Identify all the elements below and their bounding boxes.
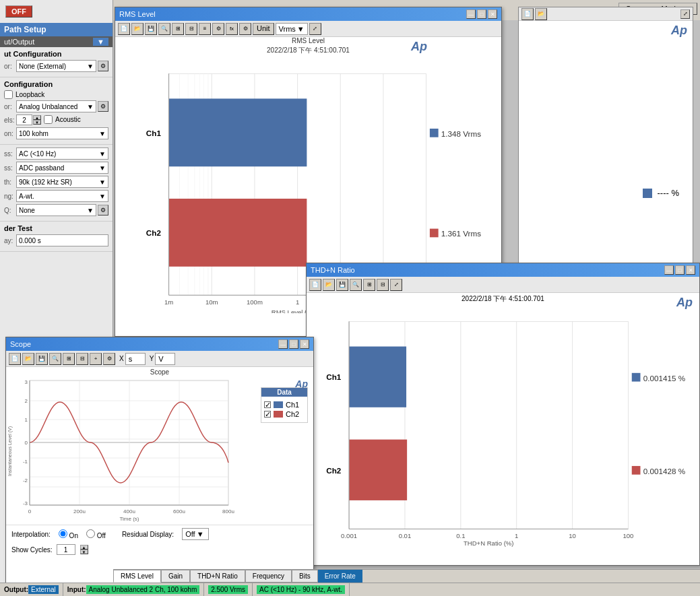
highpass-dropdown[interactable]: AC (<10 Hz) ▼: [16, 147, 108, 160]
scope-tb7[interactable]: +: [90, 353, 102, 365]
unit-button[interactable]: Unit: [253, 23, 274, 35]
tab-bits[interactable]: Bits: [292, 570, 318, 583]
show-cycles-input[interactable]: [57, 544, 75, 555]
output-label: Output:: [4, 586, 28, 593]
io-dropdown-arrow[interactable]: ▼: [93, 38, 108, 46]
input-config-title: ut Configuration: [4, 50, 108, 58]
cycles-spinbtns: ▲ ▼: [80, 545, 88, 554]
output-config-section: Configuration Loopback or: Analog Unbala…: [0, 77, 113, 145]
svg-text:1.348 Vrms: 1.348 Vrms: [441, 129, 481, 138]
scope-tb5[interactable]: ⊞: [63, 353, 75, 365]
tb-grid[interactable]: ⊞: [172, 23, 184, 35]
tab-gain-label: Gain: [168, 572, 183, 580]
right-small-window: 📄 📂 ⤢ Ap ---- %: [518, 7, 693, 266]
scope-svg: 3 2 1 0 -1 -2 -3 Instantaneous Level (V)…: [6, 377, 235, 522]
scope-y-unit[interactable]: V: [155, 353, 175, 365]
unit-dropdown[interactable]: Vrms ▼: [276, 23, 308, 35]
bandwidth-dropdown[interactable]: ADC passband ▼: [16, 162, 108, 174]
tb-zoom[interactable]: 🔍: [158, 23, 170, 35]
scope-maximize[interactable]: □: [289, 339, 298, 349]
scope-close[interactable]: ✕: [300, 339, 309, 349]
cycles-up[interactable]: ▲: [80, 545, 88, 550]
off-button[interactable]: OFF: [5, 5, 32, 18]
scope-ap-logo: Ap: [295, 378, 308, 389]
tb-settings[interactable]: ⚙: [212, 23, 224, 35]
residual-dropdown[interactable]: Off ▼: [182, 528, 209, 540]
tab-thd[interactable]: THD+N Ratio: [190, 570, 245, 583]
svg-text:Instantaneous Level (V): Instantaneous Level (V): [7, 426, 13, 476]
input-config-btn[interactable]: ⚙: [98, 61, 108, 71]
scope-tb6[interactable]: ⊟: [76, 353, 88, 365]
ohm-dropdown[interactable]: 100 kohm ▼: [16, 127, 108, 139]
scope-tb8[interactable]: ⚙: [103, 353, 115, 365]
loopback-checkbox[interactable]: [4, 90, 13, 99]
samplerate-label: th:: [4, 178, 16, 186]
svg-text:Ch1: Ch1: [326, 372, 342, 381]
input-config-dropdown[interactable]: None (External) ▼: [16, 60, 96, 72]
tb-save[interactable]: 💾: [145, 23, 157, 35]
tb-fx[interactable]: fx: [226, 23, 238, 35]
tab-gain[interactable]: Gain: [161, 570, 190, 583]
channels-down[interactable]: ▼: [33, 120, 41, 125]
thd-tb3[interactable]: 💾: [336, 279, 348, 291]
scope-tb2[interactable]: 📂: [22, 353, 34, 365]
signal-section: ss: AC (<10 Hz) ▼ ss: ADC passband ▼ th:…: [0, 145, 113, 222]
scope-tb4[interactable]: 🔍: [49, 353, 61, 365]
thd-expand[interactable]: ⤢: [390, 279, 402, 291]
input-config-section: ut Configuration or: None (External) ▼ ⚙: [0, 47, 113, 77]
scope-legend: Data ✓ Ch1 ✓ Ch2: [261, 387, 308, 423]
rsw-tb2[interactable]: 📂: [535, 8, 547, 20]
rms-maximize[interactable]: □: [477, 9, 486, 19]
thd-close[interactable]: ✕: [686, 265, 695, 275]
unit-dropdown-arrow: ▼: [297, 25, 305, 33]
thd-tb1[interactable]: 📄: [309, 279, 321, 291]
weighting-dropdown[interactable]: A-wt. ▼: [16, 190, 108, 202]
channels-input[interactable]: [16, 114, 32, 125]
tb-gear[interactable]: ⚙: [239, 23, 251, 35]
samplerate-dropdown[interactable]: 90k (192 kHz SR) ▼: [16, 176, 108, 188]
interp-off-radio[interactable]: [86, 529, 95, 538]
thd-maximize[interactable]: □: [675, 265, 685, 275]
thd-minimize[interactable]: —: [664, 265, 674, 275]
tb-table[interactable]: ≡: [199, 23, 211, 35]
acoustic-checkbox[interactable]: [44, 115, 53, 124]
scope-ch1-check[interactable]: ✓: [264, 401, 271, 408]
scope-tb3[interactable]: 💾: [36, 353, 48, 365]
svg-rect-49: [632, 466, 641, 475]
tab-frequency[interactable]: Frequency: [245, 570, 292, 583]
gen-config-btn[interactable]: ⚙: [98, 205, 108, 216]
rsw-tb1[interactable]: 📄: [521, 8, 534, 20]
thd-tb2[interactable]: 📂: [323, 279, 335, 291]
delay-dropdown[interactable]: 0.000 s: [16, 234, 108, 246]
svg-text:Ch2: Ch2: [146, 228, 162, 237]
thd-tb6[interactable]: ⊟: [377, 279, 389, 291]
scope-ch2-check[interactable]: ✓: [264, 411, 271, 418]
rsw-expand[interactable]: ⤢: [680, 9, 690, 19]
tb-grid2[interactable]: ⊟: [185, 23, 197, 35]
tb-open[interactable]: 📂: [131, 23, 144, 35]
thd-tb4[interactable]: 🔍: [350, 279, 362, 291]
scope-minimize[interactable]: —: [278, 339, 288, 349]
thd-tb5[interactable]: ⊞: [363, 279, 375, 291]
output-dropdown[interactable]: Analog Unbalanced ▼: [16, 100, 96, 112]
cycles-down[interactable]: ▼: [80, 550, 88, 554]
gen-config-dropdown[interactable]: None ▼: [16, 204, 96, 216]
svg-rect-25: [430, 129, 439, 137]
svg-rect-47: [632, 373, 641, 382]
output-btn[interactable]: ⚙: [98, 101, 108, 112]
scope-tb1[interactable]: 📄: [9, 353, 21, 365]
rms-chart-title: RMS Level: [115, 37, 501, 44]
rms-minimize[interactable]: —: [466, 9, 476, 19]
tb-new[interactable]: 📄: [118, 23, 130, 35]
gen-config-label: Q:: [4, 207, 16, 214]
tab-error-rate[interactable]: Error Rate: [318, 570, 362, 583]
svg-text:-2: -2: [23, 477, 28, 484]
interp-on-radio[interactable]: [59, 529, 67, 538]
tb-expand[interactable]: ⤢: [309, 23, 321, 35]
loopback-row: Loopback: [4, 90, 108, 99]
scope-x-unit[interactable]: s: [125, 353, 146, 365]
rms-close[interactable]: ✕: [488, 9, 497, 19]
tab-rms-level[interactable]: RMS Level: [113, 570, 161, 583]
channels-up[interactable]: ▲: [33, 115, 41, 120]
scope-bottom-controls: Interpolation: On Off Residual Display: …: [6, 525, 313, 543]
